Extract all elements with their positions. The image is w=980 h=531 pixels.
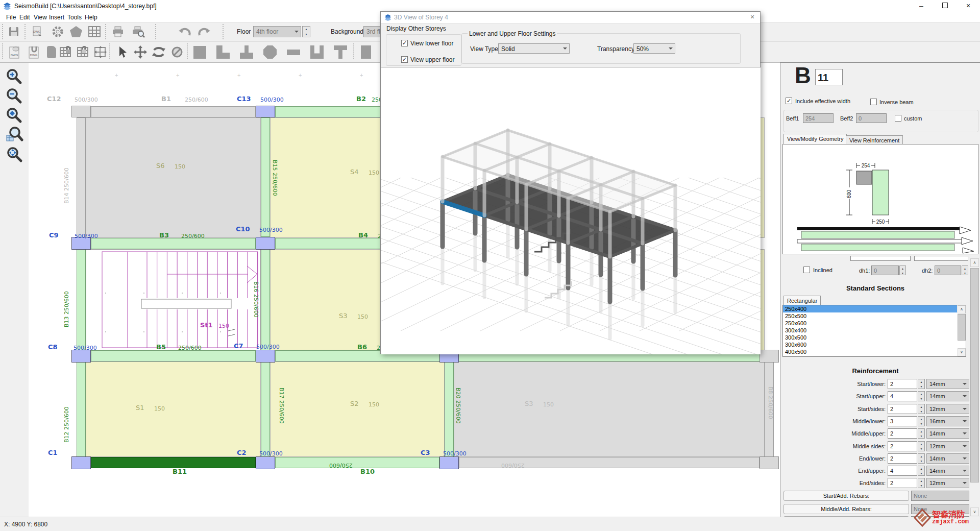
select-tool-button[interactable]	[113, 44, 131, 60]
add-rebars-button[interactable]: Middle/Add. Rebars:	[783, 504, 909, 514]
dialog-title-bar[interactable]: 3D View of Storey 4 ×	[381, 12, 760, 23]
beam-b11-selected[interactable]	[91, 457, 256, 468]
dwg-view-button[interactable]: DWG	[6, 44, 23, 60]
beam-b17[interactable]	[261, 361, 270, 457]
dh2-input[interactable]: 0	[935, 266, 961, 275]
rebar-count-spinner[interactable]: ▲▼	[918, 453, 925, 464]
section-rect-button[interactable]	[357, 44, 375, 60]
add-rebars-button[interactable]: Start/Add. Rebars:	[783, 491, 909, 501]
rebar-count-spinner[interactable]: ▲▼	[918, 466, 925, 476]
include-effective-width-checkbox[interactable]: ✓	[786, 98, 792, 104]
rebar-size-select[interactable]: 12mm	[926, 441, 969, 451]
undo-button[interactable]	[176, 23, 193, 40]
rebar-count-input[interactable]: 2	[888, 404, 917, 414]
column-c1[interactable]	[71, 456, 91, 469]
rebar-count-spinner[interactable]: ▲▼	[918, 404, 925, 414]
rebar-size-select[interactable]: 12mm	[926, 404, 969, 414]
viewport-3d[interactable]	[381, 67, 761, 354]
slab-s3-right[interactable]	[454, 361, 765, 457]
zoom-out-button[interactable]	[5, 87, 23, 106]
rebar-size-select[interactable]: 12mm	[926, 478, 969, 488]
menu-file[interactable]: File	[4, 13, 18, 21]
settings-gear-button[interactable]	[49, 23, 66, 40]
beam-b13[interactable]	[77, 249, 86, 350]
rebar-count-input[interactable]: 2	[888, 379, 917, 389]
beff2-input[interactable]: 0	[856, 113, 887, 123]
section-tee-up-button[interactable]	[238, 44, 255, 60]
column-c2[interactable]	[256, 456, 275, 469]
rebar-count-spinner[interactable]: ▲▼	[918, 416, 925, 426]
panel-scroll-up[interactable]: ∧	[970, 258, 979, 267]
section-option[interactable]: 300x500	[783, 334, 957, 341]
dh1-spinner[interactable]: ▲▼	[899, 266, 906, 275]
rebar-size-select[interactable]: 14mm	[926, 453, 969, 464]
column-c10[interactable]	[256, 237, 275, 250]
beff1-input[interactable]: 254	[803, 113, 834, 123]
zoom-extents-button[interactable]	[5, 107, 23, 125]
floor-select[interactable]: 4th floor	[253, 26, 301, 37]
dh2-spinner[interactable]: ▲▼	[962, 266, 968, 275]
tab-view-modify-geometry[interactable]: View/Modify Geometry	[783, 134, 847, 144]
tab-rectangular[interactable]: Rectangular	[783, 296, 821, 305]
list-scroll-down[interactable]: ∨	[958, 348, 966, 356]
section-option[interactable]: 250x600	[783, 320, 957, 327]
rebar-count-spinner[interactable]: ▲▼	[918, 391, 925, 401]
move-tool-button[interactable]	[132, 44, 149, 60]
beam-b16[interactable]	[261, 249, 270, 350]
view-lower-floor-checkbox[interactable]: ✓	[401, 40, 408, 46]
grid-move-button[interactable]	[92, 44, 109, 60]
rebar-size-select[interactable]: 16mm	[926, 416, 969, 426]
column-c7[interactable]	[256, 350, 275, 363]
transparency-select[interactable]: 50%	[633, 43, 675, 54]
section-l-button[interactable]	[214, 44, 232, 60]
section-square-button[interactable]	[191, 44, 208, 60]
beam-b20[interactable]	[445, 361, 454, 457]
column-c13[interactable]	[256, 106, 275, 117]
column-c12[interactable]	[71, 106, 91, 117]
zoom-selection-button[interactable]	[5, 146, 23, 164]
menu-tools[interactable]: Tools	[65, 13, 84, 21]
beam-b1[interactable]	[91, 106, 256, 117]
rebar-count-spinner[interactable]: ▲▼	[918, 379, 925, 389]
rebar-size-select[interactable]: 14mm	[926, 379, 969, 389]
section-bar-button[interactable]	[285, 44, 302, 60]
menu-view[interactable]: View	[32, 13, 49, 21]
slab-s2[interactable]	[270, 361, 445, 457]
rebar-count-input[interactable]: 2	[888, 441, 917, 451]
inverse-beam-checkbox[interactable]	[870, 99, 877, 105]
panel-scroll-down[interactable]: ∨	[970, 508, 979, 516]
grid-tool-button[interactable]	[86, 23, 103, 40]
inclined-checkbox[interactable]	[803, 267, 810, 273]
rebar-count-input[interactable]: 2	[888, 428, 917, 439]
close-button[interactable]: ×	[957, 0, 980, 12]
rebar-count-spinner[interactable]: ▲▼	[918, 478, 925, 488]
dialog-close-button[interactable]: ×	[748, 13, 757, 22]
menu-help[interactable]: Help	[83, 13, 100, 21]
redo-button[interactable]	[196, 23, 213, 40]
rebar-count-input[interactable]: 3	[888, 416, 917, 426]
column-c3[interactable]	[439, 456, 459, 469]
section-option[interactable]: 300x400	[783, 327, 957, 334]
rotate-tool-button[interactable]	[150, 44, 167, 60]
rebar-size-select[interactable]: 14mm	[926, 466, 969, 476]
section-option[interactable]: 250x400	[783, 305, 957, 312]
zoom-window-button[interactable]	[5, 126, 23, 144]
slab-s6[interactable]	[86, 117, 261, 238]
beam-number-input[interactable]: 11	[815, 69, 843, 85]
spin-down-icon[interactable]: ▼	[303, 32, 310, 37]
panel-scroll-thumb[interactable]	[970, 268, 979, 482]
dwg-snap-button[interactable]: DWG	[26, 44, 43, 60]
sections-listbox[interactable]: 250x400250x500250x600300x400300x500300x6…	[782, 305, 966, 357]
prohibit-tool-button[interactable]	[168, 44, 186, 60]
import-dwg-button[interactable]: DWG	[29, 23, 46, 40]
column-c8[interactable]	[71, 350, 91, 363]
view-upper-floor-checkbox[interactable]: ✓	[401, 56, 408, 63]
column-right-mid[interactable]	[760, 350, 779, 363]
beam-b15[interactable]	[261, 117, 270, 237]
rebar-count-spinner[interactable]: ▲▼	[918, 441, 925, 451]
polygon-tool-button[interactable]	[67, 23, 85, 40]
print-preview-button[interactable]	[130, 23, 147, 40]
tab-view-reinforcement[interactable]: View Reinforcement	[846, 135, 903, 144]
rebar-count-input[interactable]: 4	[888, 466, 917, 476]
section-option[interactable]: 400x500	[783, 348, 957, 355]
